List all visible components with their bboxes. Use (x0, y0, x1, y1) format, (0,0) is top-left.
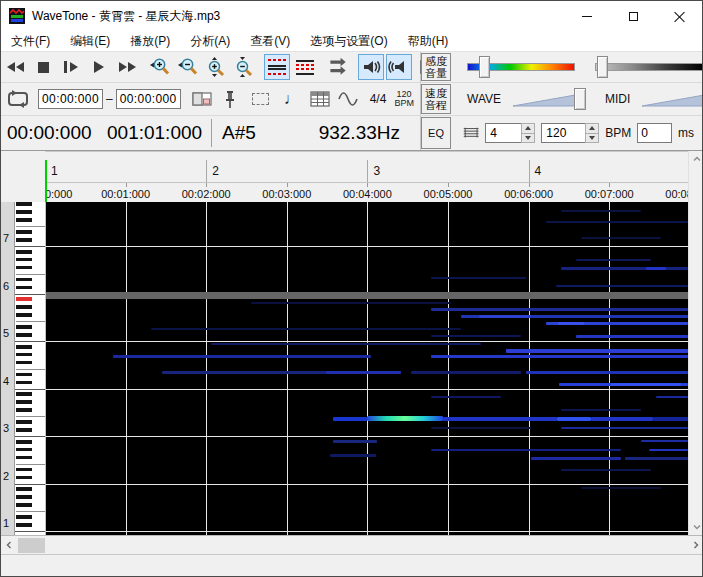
piano-black-key[interactable] (16, 325, 32, 329)
time-signature[interactable]: 4/4 (370, 92, 387, 106)
piano-black-key[interactable] (16, 218, 32, 222)
sensitivity-slider-thumb[interactable] (479, 56, 490, 78)
piano-black-key[interactable] (16, 400, 32, 404)
piano-black-key[interactable] (16, 250, 32, 254)
piano-highlight-key-A#5[interactable] (16, 297, 32, 301)
menu-analyze[interactable]: 分析(A) (180, 31, 240, 52)
piano-black-key[interactable] (16, 476, 32, 480)
beats-down-button[interactable] (522, 133, 534, 143)
step-play-button[interactable] (58, 54, 84, 80)
note-input-button[interactable]: ♩ (279, 86, 305, 112)
wave-volume-thumb[interactable] (574, 88, 586, 110)
piano-black-key[interactable] (16, 428, 32, 432)
piano-black-key[interactable] (16, 202, 32, 206)
menu-view[interactable]: 查看(V) (240, 31, 300, 52)
piano-black-key[interactable] (16, 305, 32, 309)
menu-edit[interactable]: 编辑(E) (60, 31, 120, 52)
menu-options-settings[interactable]: 选项与设置(O) (300, 31, 397, 52)
scroll-right-button[interactable] (688, 537, 703, 553)
piano-black-key[interactable] (16, 381, 32, 385)
piano-black-key[interactable] (16, 210, 32, 214)
bpm-value[interactable]: 120 (541, 123, 585, 143)
vertical-scrollbar[interactable] (688, 151, 703, 535)
piano-black-key[interactable] (16, 448, 32, 452)
loop-button[interactable] (5, 86, 31, 112)
piano-black-key[interactable] (16, 408, 32, 412)
piano-black-key[interactable] (16, 345, 32, 349)
piano-black-key[interactable] (16, 468, 32, 472)
bpm-up-button[interactable] (586, 124, 598, 133)
piano-black-key[interactable] (16, 266, 32, 270)
selection-button[interactable] (248, 86, 274, 112)
wave-audio-toggle[interactable] (358, 54, 384, 80)
zoom-in-horizontal-button[interactable] (147, 54, 173, 80)
scroll-left-button[interactable] (1, 537, 17, 553)
piano-black-key[interactable] (16, 373, 32, 377)
rewind-button[interactable] (2, 54, 28, 80)
play-button[interactable] (86, 54, 112, 80)
scroll-down-button[interactable] (689, 519, 703, 535)
measure-ruler[interactable]: 1234 (45, 152, 688, 183)
piano-black-key[interactable] (16, 420, 32, 424)
maximize-button[interactable] (610, 1, 656, 31)
offset-ms-field[interactable]: 0 (637, 123, 672, 143)
piano-black-key[interactable] (16, 286, 32, 290)
bpm-spinner[interactable]: 120 (541, 123, 599, 143)
collapse-range-button[interactable] (264, 54, 290, 80)
piano-black-key[interactable] (16, 515, 32, 519)
piano-black-key[interactable] (16, 333, 32, 337)
piano-black-key[interactable] (16, 392, 32, 396)
waveform-button[interactable] (335, 86, 361, 112)
zoom-out-vertical-button[interactable] (231, 54, 257, 80)
pin-button[interactable] (217, 86, 243, 112)
eq-button[interactable]: EQ (421, 117, 451, 149)
time-ruler[interactable]: 00:00:00000:01:00000:02:00000:03:00000:0… (45, 183, 688, 202)
timeline-ruler[interactable]: 1234 00:00:00000:01:00000:02:00000:03:00… (45, 151, 688, 202)
beats-value[interactable]: 4 (485, 123, 521, 143)
midi-volume-slider[interactable] (640, 87, 703, 111)
loop-end-field[interactable]: 00:00:000 (116, 89, 181, 109)
zoom-out-horizontal-button[interactable] (175, 54, 201, 80)
scroll-up-button[interactable] (689, 151, 703, 167)
transfer-button[interactable] (325, 54, 351, 80)
stop-button[interactable] (30, 54, 56, 80)
menu-file[interactable]: 文件(F) (1, 31, 60, 52)
grid-table-button[interactable] (307, 86, 333, 112)
horizontal-scroll-thumb[interactable] (18, 538, 45, 553)
piano-black-key[interactable] (16, 278, 32, 282)
zoom-in-vertical-button[interactable] (203, 54, 229, 80)
beats-up-button[interactable] (522, 124, 534, 133)
loop-start-field[interactable]: 00:00:000 (38, 89, 103, 109)
piano-black-key[interactable] (16, 503, 32, 507)
menu-help[interactable]: 帮助(H) (398, 31, 459, 52)
minimize-button[interactable] (564, 1, 610, 31)
piano-black-key[interactable] (16, 487, 32, 491)
playhead-marker[interactable] (45, 160, 47, 202)
volume-display-slider[interactable] (595, 55, 703, 79)
piano-keyboard[interactable]: 7654321 (1, 202, 45, 535)
piano-black-key[interactable] (16, 230, 32, 234)
piano-black-key[interactable] (16, 523, 32, 527)
piano-black-key[interactable] (16, 440, 32, 444)
piano-black-key[interactable] (16, 313, 32, 317)
fast-forward-button[interactable] (114, 54, 140, 80)
piano-black-key[interactable] (16, 353, 32, 357)
beats-spinner[interactable]: 4 (485, 123, 535, 143)
volume-display-slider-thumb[interactable] (597, 56, 608, 78)
midi-audio-toggle[interactable] (386, 54, 412, 80)
piano-black-key[interactable] (16, 456, 32, 460)
expand-range-button[interactable] (292, 54, 318, 80)
title-bar[interactable]: WaveTone - 黄霄雲 - 星辰大海.mp3 (1, 1, 702, 31)
piano-black-key[interactable] (16, 495, 32, 499)
piano-black-key[interactable] (16, 361, 32, 365)
close-button[interactable] (656, 1, 702, 31)
piano-black-key[interactable] (16, 258, 32, 262)
volume-display-slider-track[interactable] (595, 63, 703, 71)
tempo-display[interactable]: 120BPM (394, 90, 414, 108)
wave-volume-slider[interactable] (511, 87, 589, 111)
sensitivity-slider[interactable] (467, 55, 575, 79)
horizontal-scrollbar[interactable] (1, 535, 703, 554)
menu-play[interactable]: 播放(P) (120, 31, 180, 52)
spectrogram-canvas[interactable] (45, 202, 688, 535)
piano-black-key[interactable] (16, 238, 32, 242)
